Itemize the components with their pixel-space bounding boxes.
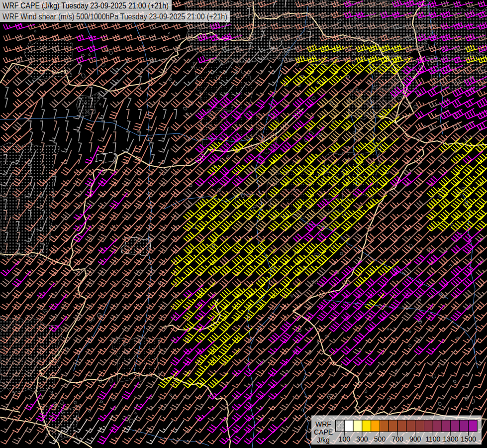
svg-text:1500: 1500: [461, 435, 476, 443]
svg-text:500: 500: [374, 435, 386, 443]
svg-text:100: 100: [339, 435, 351, 443]
svg-text:1300: 1300: [443, 435, 458, 443]
svg-text:WRF CAPE (J/kg) Tuesday 23-09-: WRF CAPE (J/kg) Tuesday 23-09-2025 21:00…: [2, 1, 169, 10]
svg-text:900: 900: [409, 435, 421, 443]
svg-text:300: 300: [356, 435, 368, 443]
svg-text:WRF: WRF: [315, 420, 331, 428]
svg-text:J/kg: J/kg: [317, 436, 330, 444]
svg-text:700: 700: [391, 435, 403, 443]
svg-text:1100: 1100: [425, 435, 440, 443]
svg-text:WRF Wind shear (m/s) 500/1000h: WRF Wind shear (m/s) 500/1000hPa Tuesday…: [2, 12, 227, 21]
svg-text:CAPE: CAPE: [314, 428, 333, 436]
